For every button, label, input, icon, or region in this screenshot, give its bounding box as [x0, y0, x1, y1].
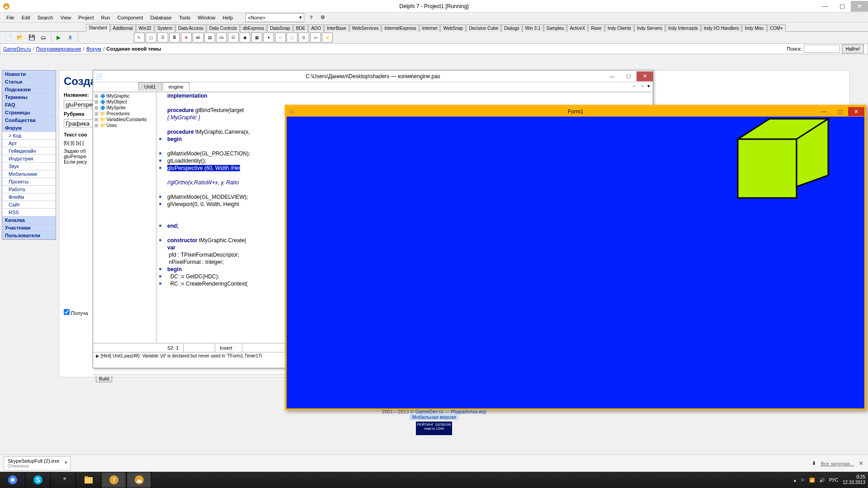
palette-tab[interactable]: Indy Misc — [742, 24, 766, 32]
rating-counter[interactable]: РЕЙТИНГ 19238199 mail.ru 1249 — [416, 422, 452, 435]
nav-subitem[interactable]: Индустрия — [2, 155, 56, 163]
form1-close[interactable]: ✕ — [848, 107, 864, 116]
breadcrumb-link[interactable]: Программирование — [36, 46, 81, 52]
menu-file[interactable]: File — [3, 14, 18, 21]
nav-subitem[interactable]: Работа — [2, 186, 56, 193]
nav-subitem[interactable]: RSS — [2, 209, 56, 216]
palette-tab[interactable]: InternetExpress — [382, 24, 419, 32]
nav-subitem[interactable]: Сайт — [2, 201, 56, 209]
menu-database[interactable]: Database — [147, 14, 175, 21]
breadcrumb-link[interactable]: GameDev.ru — [3, 46, 31, 52]
tray-volume-icon[interactable]: 🔊 — [819, 478, 825, 483]
menu-window[interactable]: Window — [194, 14, 219, 21]
palette-tab[interactable]: Indy I/O Handlers — [701, 24, 742, 32]
tree-node[interactable]: Uses — [107, 123, 117, 128]
palette-tab[interactable]: Indy Clients — [605, 24, 634, 32]
editor-close[interactable]: ✕ — [637, 71, 653, 81]
palette-tab[interactable]: WebSnap — [440, 24, 466, 32]
menu-search[interactable]: Search — [34, 14, 57, 21]
palette-tab[interactable]: Indy Servers — [634, 24, 665, 32]
editor-tab-unit1[interactable]: Unit1 — [138, 82, 162, 91]
palette-tab[interactable]: Additional — [110, 24, 136, 32]
palette-tab[interactable]: COM+ — [767, 24, 786, 32]
palette-tab[interactable]: BDE — [293, 24, 308, 32]
menu-run[interactable]: Run — [97, 14, 113, 21]
run-button[interactable]: ▶ — [53, 33, 64, 42]
editor-tab-engine[interactable]: engine — [163, 82, 189, 91]
download-item[interactable]: SkypeSetupFull (2).exe Отменено — [4, 456, 71, 470]
menu-view[interactable]: View — [57, 14, 75, 21]
palette-tab[interactable]: ActiveX — [567, 24, 588, 32]
palette-tab[interactable]: Decision Cube — [466, 24, 501, 32]
nav-item[interactable]: Новости — [2, 70, 56, 78]
popupmenu-component[interactable]: ≣ — [169, 33, 180, 42]
label-component[interactable]: A — [181, 33, 192, 42]
nav-item[interactable]: FAQ — [2, 101, 56, 109]
maximize-button[interactable]: ▢ — [834, 1, 851, 12]
form1-maximize[interactable]: ▢ — [832, 107, 848, 116]
nav-subitem[interactable]: Звук — [2, 163, 56, 170]
nav-item[interactable]: Статьи — [2, 78, 56, 86]
tree-node[interactable]: tMyObject — [107, 99, 127, 104]
taskbar-skype[interactable]: S — [25, 472, 51, 488]
scrollbar-component[interactable]: ↔ — [275, 33, 286, 42]
radiobutton-component[interactable]: ◉ — [240, 33, 250, 42]
palette-tab[interactable]: DataSnap — [267, 24, 292, 32]
mobile-link[interactable]: Мобильная версия — [410, 414, 459, 420]
close-downloads-icon[interactable]: ✕ — [859, 460, 863, 467]
panel-component[interactable]: ▭ — [310, 33, 321, 42]
code-explorer-tree[interactable]: ⊞ 🔷 tMyGraphic ⊞ 🔷 tMyObject ⊞ 🔷 tMySpri… — [93, 92, 156, 343]
frame-component[interactable]: ▢ — [146, 33, 156, 42]
palette-tab[interactable]: Dialogs — [501, 24, 522, 32]
groupbox-component[interactable]: ⬚ — [287, 33, 297, 42]
palette-tab[interactable]: System — [155, 24, 175, 32]
taskbar-steam[interactable] — [51, 472, 76, 488]
palette-tab[interactable]: Internet — [420, 24, 440, 32]
checkbox-component[interactable]: ☑ — [228, 33, 239, 42]
pause-button[interactable]: ⏸ — [65, 33, 75, 42]
nav-item[interactable]: Подсказки — [2, 86, 56, 94]
breadcrumb-link[interactable]: Форум — [86, 46, 101, 52]
actionlist-component[interactable]: ⚡ — [322, 33, 333, 42]
combobox-component[interactable]: ▾ — [263, 33, 274, 42]
mainmenu-component[interactable]: ☰ — [157, 33, 168, 42]
config-dropdown[interactable]: <None> — [245, 13, 304, 22]
search-button[interactable]: Найти! — [842, 44, 864, 53]
menu-tools[interactable]: Tools — [175, 14, 194, 21]
palette-tab[interactable]: Samples — [544, 24, 567, 32]
save-button[interactable]: 💾 — [26, 33, 37, 42]
help-icon[interactable]: ? — [306, 13, 316, 23]
nav-item[interactable]: Сообщества — [2, 117, 56, 124]
button-component[interactable]: OK — [216, 33, 227, 42]
taskbar-chrome[interactable] — [0, 472, 25, 488]
pointer-tool[interactable]: ↖ — [134, 33, 145, 42]
minimize-button[interactable]: — — [816, 1, 834, 12]
opengl-canvas[interactable] — [287, 117, 864, 408]
nav-item[interactable]: Страницы — [2, 109, 56, 117]
palette-tab[interactable]: Rave — [588, 24, 604, 32]
search-input[interactable] — [804, 45, 840, 53]
nav-back-icon[interactable]: ← — [632, 83, 637, 89]
palette-tab[interactable]: InterBase — [324, 24, 349, 32]
palette-tab[interactable]: Data Controls — [207, 24, 240, 32]
tool-icon[interactable]: ⚙ — [318, 13, 328, 23]
palette-tab[interactable]: dbExpress — [240, 24, 267, 32]
edit-component[interactable]: ab — [193, 33, 203, 42]
nav-subitem[interactable]: Геймдизайн — [2, 147, 56, 155]
tree-node[interactable]: tMyGraphic — [107, 94, 130, 99]
listbox-component[interactable]: ▦ — [251, 33, 262, 42]
new-button[interactable]: 📄 — [3, 33, 14, 42]
all-downloads-link[interactable]: Все загрузки... — [821, 461, 854, 466]
menu-component[interactable]: Component — [114, 14, 147, 21]
nav-subitem[interactable]: Арт — [2, 140, 56, 147]
nav-dropdown-icon[interactable]: ▾ — [647, 83, 650, 89]
palette-tab[interactable]: ADO — [308, 24, 324, 32]
palette-tab[interactable]: Win 3.1 — [523, 24, 543, 32]
menu-project[interactable]: Project — [75, 14, 97, 21]
tree-node[interactable]: Variables/Constants — [107, 117, 147, 122]
close-button[interactable]: ✕ — [851, 1, 868, 12]
subscribe-checkbox[interactable] — [64, 309, 70, 315]
taskbar-explorer[interactable] — [76, 472, 101, 488]
nav-subitem[interactable]: Мобильники — [2, 170, 56, 178]
nav-item[interactable]: Качалка — [2, 216, 56, 224]
